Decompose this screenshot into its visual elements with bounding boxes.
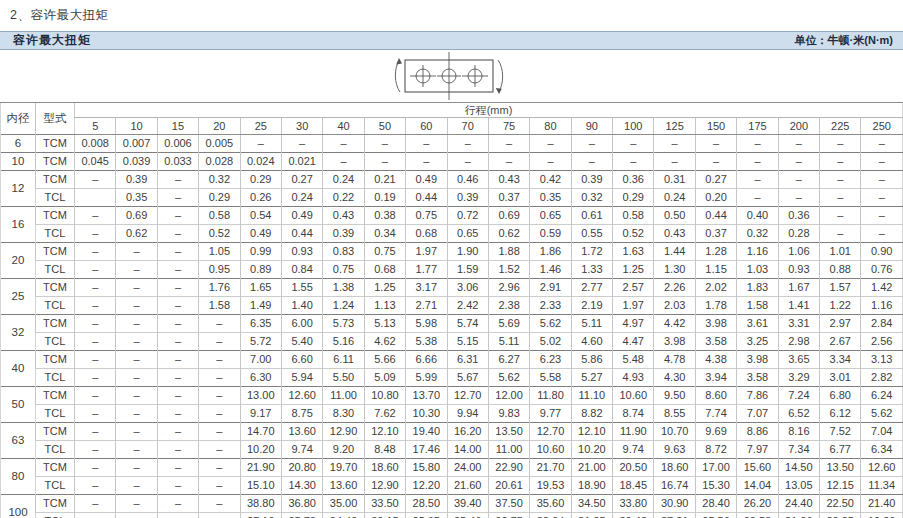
torque-value-cell: 10.70	[654, 423, 695, 441]
table-row-bore-10-tcm: 10TCM0.0450.0390.0330.0280.0240.021–––––…	[1, 153, 903, 171]
torque-value-cell: 5.62	[488, 369, 529, 387]
torque-value-cell: 12.90	[323, 423, 364, 441]
stroke-span-header: 行程(mm)	[75, 103, 903, 118]
rotation-arrow-left	[395, 61, 400, 92]
torque-value-cell: 1.40	[281, 297, 322, 315]
type-cell: TCM	[36, 387, 75, 405]
table-row-bore-12-tcm: 12TCM–0.39–0.320.290.270.240.210.490.460…	[1, 171, 903, 189]
torque-value-cell: –	[75, 441, 116, 459]
torque-value-cell: 0.38	[364, 207, 405, 225]
unit-label: 单位：牛顿·米(N·m)	[795, 33, 893, 48]
torque-value-cell: 7.00	[240, 351, 281, 369]
torque-value-cell: 32.04	[530, 513, 571, 518]
torque-value-cell: 13.50	[488, 423, 529, 441]
torque-value-cell: 31.05	[571, 513, 612, 518]
torque-value-cell: –	[613, 153, 654, 171]
torque-value-cell: 6.77	[820, 441, 861, 459]
table-row-bore-100-tcm: 100TCM––––38.8036.8035.0033.5028.5039.40…	[1, 495, 903, 513]
torque-value-cell: 20.80	[281, 459, 322, 477]
torque-value-cell: 2.97	[820, 315, 861, 333]
torque-value-cell: 1.77	[406, 261, 447, 279]
torque-value-cell: 12.60	[281, 387, 322, 405]
torque-value-cell: 35.00	[323, 495, 364, 513]
torque-value-cell: 0.58	[613, 207, 654, 225]
torque-value-cell: 0.65	[530, 207, 571, 225]
torque-value-cell: 2.26	[654, 279, 695, 297]
stroke-header-90: 90	[571, 118, 612, 135]
torque-value-cell: 2.02	[695, 279, 736, 297]
torque-value-cell: 36.80	[281, 495, 322, 513]
torque-value-cell: 0.27	[695, 171, 736, 189]
torque-value-cell: 1.58	[737, 297, 778, 315]
torque-value-cell: 5.94	[281, 369, 322, 387]
torque-value-cell: 6.24	[861, 387, 903, 405]
catalog-page: 2、容许最大扭矩 容许最大扭矩 单位：牛顿·米(N·m)	[0, 0, 903, 518]
torque-value-cell: 0.40	[737, 207, 778, 225]
torque-value-cell: –	[199, 423, 240, 441]
torque-value-cell: 2.71	[406, 297, 447, 315]
torque-value-cell: –	[737, 189, 778, 207]
torque-value-cell: 7.52	[820, 423, 861, 441]
torque-value-cell: 19.40	[406, 423, 447, 441]
torque-value-cell: 4.38	[695, 351, 736, 369]
torque-value-cell: 14.04	[737, 477, 778, 495]
torque-diagram	[377, 51, 527, 101]
torque-value-cell: 23.58	[737, 513, 778, 518]
torque-value-cell: 33.50	[364, 495, 405, 513]
torque-value-cell: 16.74	[654, 477, 695, 495]
torque-value-cell: –	[530, 135, 571, 153]
torque-value-cell: 5.11	[571, 315, 612, 333]
torque-value-cell: 2.67	[820, 333, 861, 351]
torque-value-cell: –	[75, 225, 116, 243]
torque-value-cell: 3.06	[447, 279, 488, 297]
torque-value-cell: 0.19	[364, 189, 405, 207]
torque-value-cell: 16.20	[447, 423, 488, 441]
torque-value-cell: 1.13	[364, 297, 405, 315]
torque-value-cell: 0.31	[654, 171, 695, 189]
torque-value-cell: 0.39	[116, 171, 157, 189]
torque-value-cell: 0.93	[778, 261, 819, 279]
torque-value-cell: 3.17	[406, 279, 447, 297]
torque-value-cell: 0.27	[281, 171, 322, 189]
section-banner: 容许最大扭矩 单位：牛顿·米(N·m)	[0, 31, 903, 50]
bore-cell: 6	[1, 135, 36, 153]
torque-value-cell: 0.21	[364, 171, 405, 189]
torque-value-cell: 2.03	[654, 297, 695, 315]
torque-value-cell: 19.70	[323, 459, 364, 477]
table-row-bore-50-tcl: TCL––––9.178.758.307.6210.309.949.839.77…	[1, 405, 903, 423]
torque-value-cell: 1.22	[820, 297, 861, 315]
torque-value-cell: –	[199, 369, 240, 387]
torque-value-cell: 0.55	[571, 225, 612, 243]
torque-value-cell: 5.15	[447, 333, 488, 351]
torque-value-cell: –	[157, 423, 198, 441]
torque-value-cell: 12.70	[530, 423, 571, 441]
torque-value-cell: 7.62	[364, 405, 405, 423]
torque-value-cell: –	[820, 207, 861, 225]
torque-value-cell: 30.90	[654, 495, 695, 513]
torque-value-cell: 9.63	[654, 441, 695, 459]
torque-value-cell: 1.38	[323, 279, 364, 297]
torque-value-cell: 8.55	[654, 405, 695, 423]
torque-value-cell: 1.59	[447, 261, 488, 279]
torque-value-cell: 13.60	[323, 477, 364, 495]
stroke-header-50: 50	[364, 118, 405, 135]
torque-value-cell: 1.49	[240, 297, 281, 315]
torque-value-cell: 1.72	[571, 243, 612, 261]
torque-value-cell: 8.86	[737, 423, 778, 441]
torque-value-cell: –	[75, 495, 116, 513]
torque-value-cell: 26.20	[737, 495, 778, 513]
torque-value-cell: 39.40	[447, 495, 488, 513]
torque-value-cell: –	[488, 135, 529, 153]
stroke-header-5: 5	[75, 118, 116, 135]
torque-value-cell: 9.69	[695, 423, 736, 441]
torque-value-cell: 2.84	[861, 315, 903, 333]
torque-value-cell: –	[157, 225, 198, 243]
torque-value-cell: 3.94	[695, 369, 736, 387]
torque-value-cell: 0.54	[240, 207, 281, 225]
torque-value-cell: 12.70	[447, 387, 488, 405]
type-cell: TCL	[36, 297, 75, 315]
torque-value-cell: 1.25	[364, 279, 405, 297]
torque-value-cell: 6.12	[820, 405, 861, 423]
torque-value-cell: 1.06	[778, 243, 819, 261]
torque-value-cell: 6.27	[488, 351, 529, 369]
